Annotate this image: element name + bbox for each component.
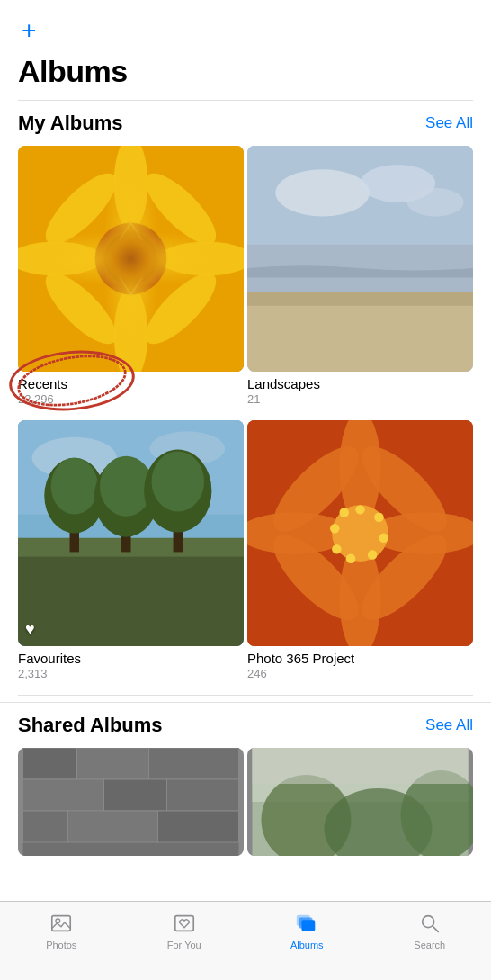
photos-icon (49, 911, 74, 936)
add-button[interactable]: + (18, 14, 40, 47)
tab-albums[interactable]: Albums (246, 911, 369, 950)
tab-bar: Photos For You Albums (0, 901, 491, 980)
tab-photos-label: Photos (46, 940, 76, 950)
svg-point-53 (346, 553, 355, 562)
svg-rect-78 (297, 915, 310, 926)
shared-albums-section: Shared Albums See All (0, 702, 491, 859)
for-you-icon (172, 911, 197, 936)
albums-icon (294, 911, 319, 936)
svg-point-74 (56, 919, 60, 923)
for-you-icon-svg (173, 912, 196, 935)
svg-point-50 (374, 512, 383, 521)
divider-2 (18, 695, 473, 696)
tab-search[interactable]: Search (369, 911, 492, 950)
album-favourites[interactable]: ♥ Favourites 2,313 (18, 420, 244, 680)
svg-point-55 (330, 524, 339, 533)
svg-line-13 (120, 277, 131, 294)
main-content: + Albums My Albums See All (0, 0, 491, 939)
album-name-favourites: Favourites (18, 651, 244, 666)
svg-rect-58 (23, 748, 77, 779)
svg-rect-66 (158, 811, 239, 842)
recents-label-area: Recents 23,296 (18, 376, 244, 406)
tab-for-you[interactable]: For You (123, 911, 246, 950)
svg-line-80 (433, 926, 438, 931)
svg-point-32 (51, 457, 98, 514)
svg-rect-59 (77, 748, 149, 779)
svg-rect-75 (175, 916, 193, 931)
album-thumb-photo365 (247, 420, 473, 646)
svg-rect-65 (68, 811, 158, 842)
heart-icon: ♥ (25, 620, 35, 639)
beach-image (247, 146, 473, 372)
album-name-recents: Recents (18, 376, 244, 391)
album-landscapes[interactable]: Landscapes 21 (247, 146, 473, 406)
album-thumb-landscapes (247, 146, 473, 372)
page-title: Albums (18, 54, 128, 88)
svg-point-54 (332, 544, 341, 553)
flower-image (18, 146, 244, 372)
tab-for-you-label: For You (167, 940, 201, 950)
album-photo365[interactable]: Photo 365 Project 246 (247, 420, 473, 680)
svg-point-38 (152, 451, 205, 511)
album-count-recents: 23,296 (18, 392, 244, 406)
svg-point-2 (114, 286, 148, 371)
album-count-favourites: 2,313 (18, 667, 244, 680)
svg-rect-22 (247, 296, 473, 372)
shared-image-2 (247, 748, 473, 856)
svg-point-7 (36, 263, 127, 354)
album-name-photo365: Photo 365 Project (247, 651, 473, 666)
page-header: + (0, 0, 491, 54)
shared-albums-see-all[interactable]: See All (425, 716, 473, 734)
svg-point-6 (136, 163, 227, 254)
shared-thumb-1[interactable] (18, 748, 244, 856)
shared-thumb-2[interactable] (247, 748, 473, 856)
svg-rect-62 (104, 779, 167, 811)
svg-rect-23 (247, 292, 473, 306)
svg-point-56 (339, 508, 348, 517)
svg-point-5 (36, 163, 127, 254)
svg-rect-64 (23, 811, 68, 842)
svg-rect-72 (253, 748, 469, 784)
shared-albums-grid (18, 748, 473, 856)
svg-point-9 (95, 222, 166, 293)
svg-rect-60 (149, 748, 239, 779)
photos-icon-svg (49, 912, 73, 935)
svg-point-1 (114, 146, 148, 230)
my-albums-section: My Albums See All (0, 101, 491, 695)
shared-albums-header: Shared Albums See All (18, 714, 473, 737)
album-count-landscapes: 21 (247, 392, 473, 406)
svg-rect-73 (52, 916, 70, 931)
search-icon (417, 911, 442, 936)
svg-rect-61 (23, 779, 104, 811)
orange-flower-image (247, 420, 473, 646)
trees-image (18, 420, 244, 646)
album-name-landscapes: Landscapes (247, 376, 473, 391)
my-albums-see-all[interactable]: See All (425, 114, 473, 132)
album-thumb-recents (18, 146, 244, 372)
svg-point-18 (275, 169, 370, 216)
shared-image-1 (18, 748, 244, 856)
svg-point-8 (136, 263, 227, 354)
search-icon-svg (418, 912, 442, 935)
svg-point-51 (379, 533, 388, 542)
albums-icon-svg (295, 912, 318, 935)
svg-point-10 (104, 232, 157, 285)
my-albums-header: My Albums See All (18, 112, 473, 135)
tab-albums-label: Albums (290, 940, 324, 950)
svg-point-20 (407, 188, 464, 216)
album-count-photo365: 246 (247, 667, 473, 680)
shared-albums-title: Shared Albums (18, 714, 163, 737)
tab-search-label: Search (414, 940, 445, 950)
svg-point-52 (368, 550, 377, 559)
svg-point-4 (159, 241, 244, 275)
album-recents[interactable]: Recents 23,296 (18, 146, 244, 406)
svg-rect-0 (18, 146, 244, 372)
svg-line-11 (120, 222, 131, 239)
tab-photos[interactable]: Photos (0, 911, 123, 950)
svg-line-14 (131, 277, 143, 294)
svg-point-3 (18, 241, 103, 275)
svg-point-49 (355, 505, 364, 514)
album-thumb-favourites: ♥ (18, 420, 244, 646)
albums-grid: Recents 23,296 (14, 146, 477, 691)
svg-line-12 (131, 222, 143, 239)
